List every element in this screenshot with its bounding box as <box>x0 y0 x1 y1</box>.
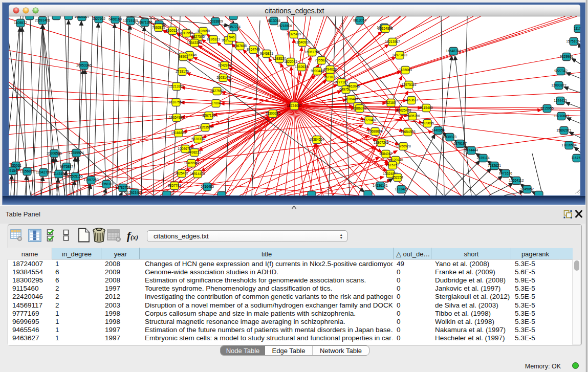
svg-text:19654923: 19654923 <box>400 130 416 134</box>
svg-text:17359924: 17359924 <box>69 151 84 155</box>
svg-text:9115460: 9115460 <box>420 106 433 110</box>
svg-text:7462046: 7462046 <box>346 84 360 88</box>
svg-text:10154808: 10154808 <box>378 27 393 30</box>
svg-text:16671355: 16671355 <box>137 20 153 24</box>
svg-text:11353594: 11353594 <box>198 125 213 129</box>
svg-text:17004: 17004 <box>211 101 221 105</box>
svg-text:2603144: 2603144 <box>216 76 230 79</box>
svg-text:3226058: 3226058 <box>197 29 210 33</box>
svg-text:12505155: 12505155 <box>68 174 83 178</box>
svg-text:9474444: 9474444 <box>465 148 478 152</box>
svg-text:11173: 11173 <box>574 27 580 30</box>
svg-text:9327505: 9327505 <box>191 35 205 38</box>
svg-text:2036448: 2036448 <box>344 97 358 101</box>
svg-text:10654112: 10654112 <box>509 179 524 182</box>
svg-text:16782759: 16782759 <box>115 186 130 189</box>
svg-text:7485063: 7485063 <box>399 68 412 72</box>
svg-text:5878334: 5878334 <box>191 137 205 141</box>
svg-text:16914479: 16914479 <box>190 172 205 176</box>
svg-text:20691406: 20691406 <box>35 18 50 22</box>
svg-text:15692971: 15692971 <box>556 128 572 132</box>
svg-text:9990448: 9990448 <box>311 69 324 73</box>
svg-text:9699695: 9699695 <box>421 121 434 125</box>
svg-text:14136141: 14136141 <box>373 184 388 187</box>
svg-text:3498222: 3498222 <box>188 150 201 154</box>
svg-text:10719155: 10719155 <box>123 19 138 23</box>
svg-text:9646821: 9646821 <box>260 52 273 55</box>
svg-text:2367608: 2367608 <box>233 44 247 48</box>
svg-text:8454749: 8454749 <box>247 48 260 51</box>
svg-text:10653267: 10653267 <box>74 16 90 18</box>
svg-text:1733426: 1733426 <box>395 187 408 191</box>
svg-text:1405572: 1405572 <box>14 21 27 25</box>
svg-text:116753: 116753 <box>571 156 580 160</box>
svg-text:12975115: 12975115 <box>402 83 417 86</box>
svg-text:16648784: 16648784 <box>446 49 461 53</box>
svg-text:12923468: 12923468 <box>127 191 142 194</box>
svg-text:10973493: 10973493 <box>392 53 407 57</box>
svg-text:8813054: 8813054 <box>267 19 280 23</box>
svg-text:15751074: 15751074 <box>566 39 580 43</box>
svg-text:62160: 62160 <box>386 101 396 104</box>
svg-text:17957253: 17957253 <box>83 178 99 182</box>
svg-text:18724007: 18724007 <box>287 104 302 107</box>
svg-text:10958107: 10958107 <box>99 182 114 186</box>
svg-text:19495756: 19495756 <box>405 114 420 118</box>
svg-text:7663822: 7663822 <box>152 26 165 29</box>
svg-text:12942737: 12942737 <box>36 170 51 174</box>
svg-text:7625402: 7625402 <box>175 171 188 175</box>
svg-text:9245052: 9245052 <box>520 187 534 191</box>
svg-text:12093872: 12093872 <box>551 83 567 87</box>
svg-text:20206536: 20206536 <box>47 151 62 155</box>
svg-text:3267130: 3267130 <box>202 114 215 117</box>
svg-text:252254: 252254 <box>392 176 403 179</box>
svg-text:9857791: 9857791 <box>168 184 181 187</box>
svg-text:1362635: 1362635 <box>295 65 308 69</box>
svg-text:8660124: 8660124 <box>166 29 179 32</box>
svg-text:9777169: 9777169 <box>335 80 348 84</box>
svg-text:5716485: 5716485 <box>201 185 214 188</box>
svg-text:1440954: 1440954 <box>431 128 445 132</box>
svg-text:1527602: 1527602 <box>92 17 105 20</box>
svg-text:9463627: 9463627 <box>405 98 418 102</box>
svg-text:16961758: 16961758 <box>304 50 320 54</box>
svg-text:546: 546 <box>229 35 234 39</box>
svg-text:8912954: 8912954 <box>180 31 193 35</box>
svg-text:1615152: 1615152 <box>386 163 399 167</box>
svg-text:9329966: 9329966 <box>560 55 573 58</box>
svg-text:2935114: 2935114 <box>476 156 490 160</box>
svg-text:8427552: 8427552 <box>210 89 224 93</box>
svg-text:10025438: 10025438 <box>396 108 411 112</box>
svg-text:8938923: 8938923 <box>443 135 456 139</box>
svg-text:19218506: 19218506 <box>277 24 292 28</box>
svg-text:12213369: 12213369 <box>169 84 184 88</box>
svg-text:18300215: 18300215 <box>265 112 280 115</box>
svg-text:20053346: 20053346 <box>76 63 92 67</box>
svg-text:6794028: 6794028 <box>323 68 337 71</box>
svg-text:39154: 39154 <box>9 169 17 172</box>
svg-text:18640910: 18640910 <box>295 40 310 44</box>
svg-text:17016504: 17016504 <box>561 143 577 147</box>
svg-text:11325419: 11325419 <box>287 32 301 36</box>
svg-text:12213967: 12213967 <box>385 40 400 43</box>
svg-text:10688609: 10688609 <box>367 129 383 133</box>
svg-text:9084067: 9084067 <box>379 152 393 156</box>
svg-text:7632621: 7632621 <box>488 164 501 167</box>
svg-text:19384554: 19384554 <box>309 138 324 141</box>
svg-text:114519: 114519 <box>53 172 64 176</box>
svg-text:18807249: 18807249 <box>374 141 389 144</box>
svg-text:98901: 98901 <box>179 55 188 58</box>
svg-text:16543382: 16543382 <box>187 41 202 45</box>
svg-text:19166825: 19166825 <box>171 131 186 135</box>
svg-text:9242848: 9242848 <box>218 63 231 67</box>
svg-text:7357224: 7357224 <box>227 25 241 29</box>
svg-text:11156829: 11156829 <box>20 169 35 173</box>
svg-text:2718176: 2718176 <box>176 70 189 73</box>
svg-text:8813054: 8813054 <box>353 18 366 22</box>
svg-text:1244415: 1244415 <box>554 99 567 102</box>
svg-text:8215955: 8215955 <box>540 106 554 110</box>
svg-text:7955822: 7955822 <box>315 58 328 62</box>
svg-text:6879197: 6879197 <box>453 142 467 145</box>
svg-text:9975887: 9975887 <box>60 165 73 168</box>
svg-text:8471626: 8471626 <box>499 171 512 175</box>
